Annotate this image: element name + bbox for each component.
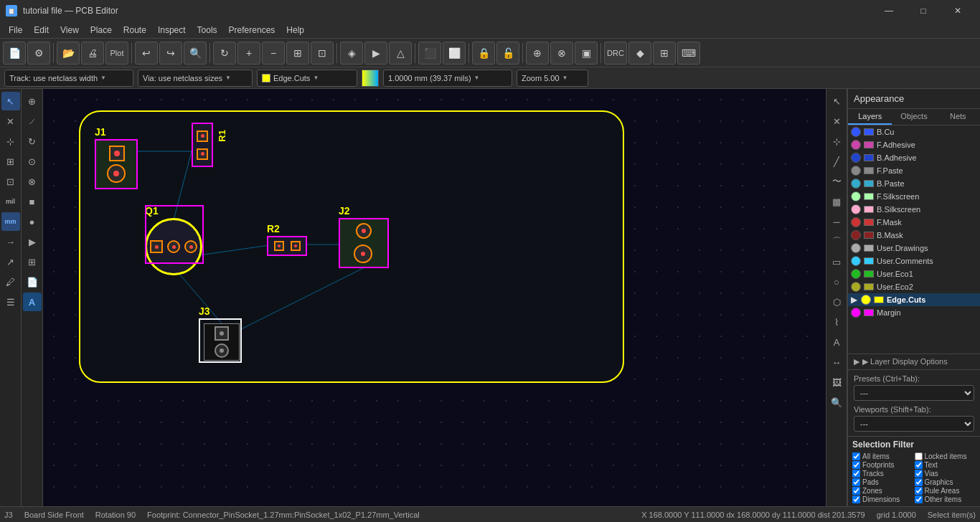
rt-select[interactable]: ↖ [827,92,846,110]
layer-bmask-vis[interactable] [851,230,861,240]
layer-margin-vis[interactable] [851,308,861,318]
draw-circle-button[interactable]: ● [23,212,42,231]
layer-fadhesive[interactable]: F.Adhesive [848,138,980,151]
calculator-button[interactable]: ⊞ [653,42,676,65]
layer-badhesive-vis[interactable] [851,153,861,163]
sf-tracks[interactable]: Tracks [852,470,914,478]
sf-dimensions[interactable]: Dimensions [852,495,914,503]
select-area-button[interactable]: ⊡ [1,172,20,191]
component-j1[interactable]: J1 [95,126,138,189]
sf-text[interactable]: Text [915,461,976,469]
minimize-button[interactable]: — [872,0,905,22]
plot-button[interactable]: Plot [105,42,128,65]
sf-locked-items[interactable]: Locked items [915,452,976,460]
sf-all-items-checkbox[interactable] [852,452,860,460]
component-q1[interactable]: Q1 [145,205,202,275]
layer-fmask-vis[interactable] [851,217,861,227]
snap1-button[interactable]: ◈ [340,42,363,65]
zoom-fit-button[interactable]: ⊞ [286,42,309,65]
maximize-button[interactable]: □ [907,0,940,22]
layer-usereco2-vis[interactable] [851,282,861,292]
rt-text[interactable]: A [827,333,846,351]
highlight-net-button[interactable]: ⊹ [1,132,20,151]
close-button[interactable]: ✕ [941,0,974,22]
sf-locked-items-checkbox[interactable] [915,452,923,460]
active-layer-dropdown[interactable]: Edge.Cuts ▼ [257,70,357,87]
tab-nets[interactable]: Nets [936,109,980,125]
sf-other-items[interactable]: Other items [915,495,976,503]
menu-place[interactable]: Place [85,24,118,37]
layer-bsilk-vis[interactable] [851,204,861,214]
layer-userdrawings-vis[interactable] [851,243,861,253]
add-dimension-button[interactable]: ⊞ [23,252,42,271]
rt-grid[interactable]: ⊹ [827,132,846,151]
footprint-wizard-button[interactable]: 🖊 [1,272,20,291]
properties-button[interactable]: ☰ [1,293,20,311]
layer-usereco1-vis[interactable] [851,269,861,279]
tune-track-button[interactable]: ↻ [23,132,42,151]
layer-display-options[interactable]: ▶ ▶ Layer Display Options [848,353,980,369]
layer-fsilk[interactable]: F.Silkscreen [848,190,980,203]
sf-all-items[interactable]: All items [852,452,914,460]
search-button[interactable]: 🔍 [184,42,207,65]
line-width-dropdown[interactable]: 1.0000 mm (39.37 mils) ▼ [383,70,512,87]
menu-edit[interactable]: Edit [28,24,55,37]
rt-dim[interactable]: ↔ [827,353,846,371]
new-file-button[interactable]: 📄 [3,42,26,65]
layer-userdrawings[interactable]: User.Drawings [848,242,980,255]
track-width-dropdown[interactable]: Track: use netclass width ▼ [4,70,133,87]
menu-file[interactable]: File [3,24,28,37]
layer-edgecuts-vis[interactable] [861,295,871,305]
via-size-dropdown[interactable]: Via: use netclass sizes ▼ [138,70,253,87]
rt-arc[interactable]: ⌒ [827,232,846,251]
sf-text-checkbox[interactable] [915,461,923,469]
sf-graphics-checkbox[interactable] [915,478,923,486]
layer-fsilk-vis[interactable] [851,191,861,201]
arrow-button[interactable]: → [1,232,20,251]
redo-button[interactable]: ↪ [159,42,182,65]
layer-fpaste-vis[interactable] [851,166,861,176]
drc-button[interactable]: DRC [604,42,627,65]
draw-arc-button[interactable]: ▶ [23,232,42,251]
active-tool[interactable]: A [23,293,42,311]
component-j3[interactable]: J3 [199,305,242,363]
print-button[interactable]: 🖨 [81,42,104,65]
layer-fpaste[interactable]: F.Paste [848,164,980,177]
menu-preferences[interactable]: Preferences [223,24,281,37]
menu-view[interactable]: View [55,24,85,37]
add-text-button[interactable]: 📄 [23,272,42,291]
layer-usereco1[interactable]: User.Eco1 [848,267,980,280]
sf-pads[interactable]: Pads [852,478,914,486]
mil-unit-button[interactable]: mil [1,192,20,211]
layer-margin[interactable]: Margin [848,306,980,319]
sf-rule-areas[interactable]: Rule Areas [915,487,976,495]
refresh-button[interactable]: ↻ [213,42,236,65]
select-all-button[interactable]: ⊞ [1,152,20,171]
add-via-button[interactable]: ⊗ [23,172,42,191]
component-r1[interactable]: R1 [192,123,213,167]
sf-rule-areas-checkbox[interactable] [915,487,923,495]
layer-usercomments[interactable]: User.Comments [848,255,980,267]
snap2-button[interactable]: ▶ [364,42,387,65]
sf-tracks-checkbox[interactable] [852,470,860,478]
layer-bmask[interactable]: B.Mask [848,229,980,242]
route-diff-pair-button[interactable]: ⟋ [23,112,42,130]
tune-diff-button[interactable]: ⊙ [23,152,42,171]
zoom-dropdown[interactable]: Zoom 5.00 ▼ [517,70,588,87]
layer-usercomments-vis[interactable] [851,256,861,266]
select-mode-button[interactable]: ⬛ [418,42,441,65]
escape-button[interactable]: ✕ [1,112,20,130]
select-tool-button[interactable]: ↖ [1,92,20,110]
route-track-button[interactable]: ⊕ [23,92,42,110]
layer-bsilk[interactable]: B.Silkscreen [848,203,980,216]
rt-hatch[interactable]: ▦ [827,192,846,211]
board-setup-button[interactable]: ⚙ [27,42,50,65]
net-clear-button[interactable]: ▣ [575,42,598,65]
layer-fmask[interactable]: F.Mask [848,216,980,229]
presets-dropdown[interactable]: --- [854,385,974,401]
component-r2[interactable]: R2 [267,223,307,256]
sf-vias[interactable]: Vias [915,470,976,478]
rt-line2[interactable]: ─ [827,212,846,231]
sf-zones[interactable]: Zones [852,487,914,495]
mm-unit-button[interactable]: mm [1,212,20,231]
